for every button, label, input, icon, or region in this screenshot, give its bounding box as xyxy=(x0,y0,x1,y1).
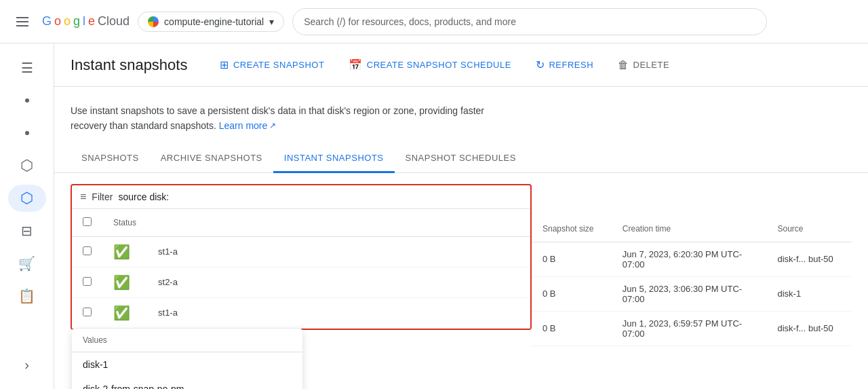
extra-columns: Snapshot size Creation time Source 0 B J… xyxy=(532,216,852,346)
status-ok-icon-2: ✅ xyxy=(113,275,130,290)
th-creation-time[interactable]: Creation time xyxy=(612,216,767,242)
location-cell-2: st2-a xyxy=(147,267,530,297)
page-title: Instant snapshots xyxy=(71,56,187,74)
calendar-icon: 📅 xyxy=(349,58,363,71)
status-ok-icon-1: ✅ xyxy=(113,244,130,259)
filter-icon: ≡ xyxy=(80,191,86,203)
database-icon: ⊟ xyxy=(21,223,33,239)
table-row: 0 B Jun 1, 2023, 6:59:57 PM UTC-07:00 di… xyxy=(532,311,852,346)
source-cell-3: disk-f... but-50 xyxy=(766,311,852,346)
filter-dropdown: Values disk-1 disk-2-from-snap-no-pm dis… xyxy=(72,329,302,389)
delete-icon: 🗑 xyxy=(618,59,629,71)
dropdown-item-1[interactable]: disk-2-from-snap-no-pm xyxy=(72,377,302,389)
compute-icon: ⬡ xyxy=(20,189,33,207)
project-selector[interactable]: compute-engine-tutorial ▾ xyxy=(138,12,284,32)
refresh-icon: ↻ xyxy=(536,58,545,71)
search-bar[interactable]: Search (/) for resources, docs, products… xyxy=(292,8,767,35)
external-link-icon: ↗ xyxy=(269,119,276,132)
size-cell-3: 0 B xyxy=(532,311,612,346)
sidebar-item-dot2[interactable] xyxy=(8,119,46,147)
expand-icon: › xyxy=(24,357,29,373)
dropdown-header: Values xyxy=(72,329,302,352)
time-cell-3: Jun 1, 2023, 6:59:57 PM UTC-07:00 xyxy=(612,311,767,346)
filter-container: ≡ Filter Status xyxy=(71,184,532,330)
sidebar-item-storage[interactable]: ⬡ xyxy=(8,152,46,179)
sidebar: ☰ ⬡ ⬡ ⊟ 🛒 📋 › xyxy=(0,43,54,389)
storage-icon: ⬡ xyxy=(20,157,33,174)
table-row: ✅ st1-a xyxy=(72,236,530,267)
source-cell-1: disk-f... but-50 xyxy=(766,242,852,276)
status-cell-2: ✅ xyxy=(102,267,147,297)
row-checkbox-cell-3 xyxy=(72,297,102,328)
main-content: Instant snapshots ⊞ CREATE SNAPSHOT 📅 CR… xyxy=(54,43,868,389)
table-row: ✅ st1-a xyxy=(72,297,530,328)
th-checkbox xyxy=(72,209,102,237)
learn-more-link[interactable]: Learn more ↗ xyxy=(219,118,277,133)
time-cell-1: Jun 7, 2023, 6:20:30 PM UTC-07:00 xyxy=(612,242,767,276)
status-ok-icon-3: ✅ xyxy=(113,305,130,320)
dropdown-item-0[interactable]: disk-1 xyxy=(72,352,302,377)
notes-icon: 📋 xyxy=(18,288,35,304)
hamburger-menu[interactable] xyxy=(11,12,34,32)
sidebar-item-notes[interactable]: 📋 xyxy=(8,282,46,310)
project-color-icon xyxy=(148,16,159,27)
create-snapshot-button[interactable]: ⊞ CREATE SNAPSHOT xyxy=(209,53,335,77)
chevron-down-icon: ▾ xyxy=(269,16,274,27)
description-area: Use instant snapshots to save a persiste… xyxy=(54,87,529,145)
th-status[interactable]: Status xyxy=(102,209,147,237)
delete-button[interactable]: 🗑 DELETE xyxy=(607,54,680,77)
filter-bar: ≡ Filter xyxy=(72,185,530,209)
cart-icon: 🛒 xyxy=(18,255,35,272)
th-name[interactable] xyxy=(147,209,530,237)
row-checkbox-cell xyxy=(72,236,102,267)
nav-dot-2 xyxy=(25,131,29,135)
tab-snapshot-schedules[interactable]: SNAPSHOT SCHEDULES xyxy=(395,145,527,173)
filter-input[interactable] xyxy=(118,191,522,202)
sidebar-item-dot1[interactable] xyxy=(8,87,46,114)
status-cell-1: ✅ xyxy=(102,236,147,267)
page-header: Instant snapshots ⊞ CREATE SNAPSHOT 📅 CR… xyxy=(54,43,868,87)
sidebar-item-expand[interactable]: › xyxy=(8,351,46,378)
top-navigation: Google Cloud compute-engine-tutorial ▾ S… xyxy=(0,0,868,43)
table-area: ≡ Filter Status xyxy=(54,173,868,357)
row-checkbox-1[interactable] xyxy=(83,246,92,255)
select-all-checkbox[interactable] xyxy=(83,217,92,226)
sidebar-item-menu[interactable]: ☰ xyxy=(8,54,46,81)
source-cell-2: disk-1 xyxy=(766,276,852,311)
size-cell-1: 0 B xyxy=(532,242,612,276)
project-name: compute-engine-tutorial xyxy=(164,16,264,27)
size-cell-2: 0 B xyxy=(532,276,612,311)
sidebar-item-compute[interactable]: ⬡ xyxy=(8,185,46,212)
th-snapshot-size[interactable]: Snapshot size xyxy=(532,216,612,242)
status-cell-3: ✅ xyxy=(102,297,147,328)
tab-archive-snapshots[interactable]: ARCHIVE SNAPSHOTS xyxy=(150,145,273,173)
table-row: 0 B Jun 5, 2023, 3:06:30 PM UTC-07:00 di… xyxy=(532,276,852,311)
table-row: ✅ st2-a xyxy=(72,267,530,297)
filter-label: Filter xyxy=(92,191,113,202)
create-snapshot-schedule-button[interactable]: 📅 CREATE SNAPSHOT SCHEDULE xyxy=(338,53,522,77)
sidebar-item-database[interactable]: ⊟ xyxy=(8,217,46,244)
tab-instant-snapshots[interactable]: INSTANT SNAPSHOTS xyxy=(273,145,395,173)
time-cell-2: Jun 5, 2023, 3:06:30 PM UTC-07:00 xyxy=(612,276,767,311)
row-checkbox-cell-2 xyxy=(72,267,102,297)
search-placeholder: Search (/) for resources, docs, products… xyxy=(304,16,516,27)
description-text: Use instant snapshots to save a persiste… xyxy=(71,105,484,131)
header-actions: ⊞ CREATE SNAPSHOT 📅 CREATE SNAPSHOT SCHE… xyxy=(209,53,680,77)
location-cell-1: st1-a xyxy=(147,236,530,267)
table-row: 0 B Jun 7, 2023, 6:20:30 PM UTC-07:00 di… xyxy=(532,242,852,276)
create-snapshot-icon: ⊞ xyxy=(220,58,229,71)
tabs-bar: SNAPSHOTS ARCHIVE SNAPSHOTS INSTANT SNAP… xyxy=(54,145,868,173)
snapshot-table: Status ✅ xyxy=(72,209,530,329)
refresh-button[interactable]: ↻ REFRESH xyxy=(525,53,604,77)
google-cloud-logo: Google Cloud xyxy=(42,14,130,29)
menu-icon: ☰ xyxy=(21,60,33,76)
tab-snapshots[interactable]: SNAPSHOTS xyxy=(71,145,150,173)
sidebar-item-marketplace[interactable]: 🛒 xyxy=(8,250,46,277)
row-checkbox-2[interactable] xyxy=(83,277,92,286)
full-data-table: Snapshot size Creation time Source 0 B J… xyxy=(532,216,852,346)
nav-dot-1 xyxy=(25,98,29,103)
location-cell-3: st1-a xyxy=(147,297,530,328)
row-checkbox-3[interactable] xyxy=(83,308,92,316)
th-source[interactable]: Source xyxy=(766,216,852,242)
